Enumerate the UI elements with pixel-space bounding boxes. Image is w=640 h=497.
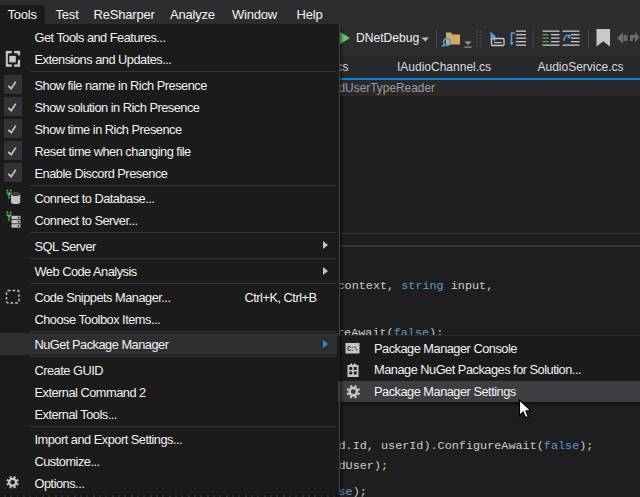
svg-text:C:\: C:\ — [347, 346, 358, 353]
